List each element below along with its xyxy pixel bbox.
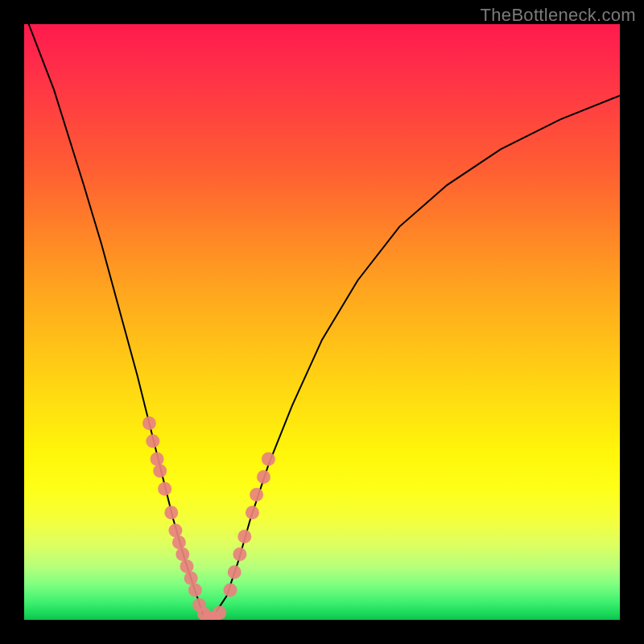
data-marker (237, 530, 251, 543)
data-marker (250, 488, 263, 502)
curve-path (24, 24, 620, 620)
data-marker (184, 572, 198, 585)
data-markers (142, 416, 275, 620)
data-marker (151, 452, 164, 466)
chart-container: TheBottleneck.com (0, 0, 644, 644)
data-marker (142, 416, 156, 430)
data-marker (188, 584, 202, 597)
data-marker (153, 464, 167, 478)
data-marker (246, 506, 259, 519)
bottleneck-curve (24, 24, 620, 620)
data-marker (213, 606, 226, 620)
data-marker (164, 506, 178, 519)
data-marker (175, 547, 189, 561)
data-marker (180, 559, 194, 573)
chart-svg (24, 24, 620, 620)
data-marker (146, 435, 159, 448)
data-marker (257, 470, 270, 484)
watermark-text: TheBottleneck.com (481, 5, 636, 26)
data-marker (172, 535, 186, 549)
plot-area (24, 24, 620, 620)
data-marker (224, 584, 237, 597)
data-marker (158, 482, 171, 496)
data-marker (168, 524, 182, 538)
data-marker (262, 452, 275, 466)
data-marker (228, 565, 242, 579)
data-marker (233, 547, 246, 561)
